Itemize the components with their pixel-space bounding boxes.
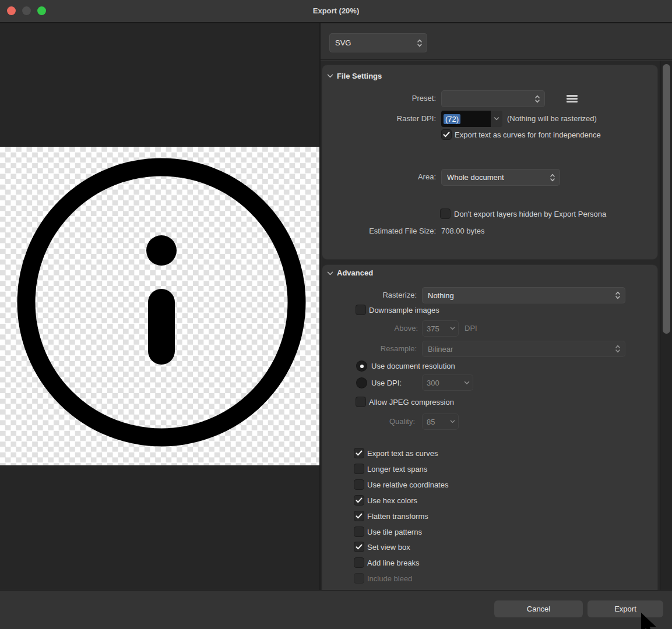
transparency-checkerboard [0,147,319,465]
use-dpi-combo[interactable]: 300 [422,374,473,391]
advanced-checkbox-row: Include bleed [322,574,657,584]
option-checkbox[interactable] [354,448,364,458]
resample-select: Bilinear [422,341,625,357]
advanced-checkbox-row: Longer text spans [322,464,657,474]
export-text-curves-font-label: Export text as curves for font independe… [455,130,601,139]
chevron-down-icon [464,381,470,385]
option-checkbox[interactable] [354,464,364,473]
advanced-checkbox-row: Flatten transforms [322,511,657,521]
use-document-resolution-radio[interactable] [357,361,367,371]
preset-label: Preset: [366,94,436,103]
option-label: Flatten transforms [367,511,428,521]
advanced-card: Advanced Rasterize: Nothing Downsample i… [322,265,657,590]
use-dpi-label: Use DPI: [371,378,402,387]
option-label: Use relative coordinates [367,480,448,489]
chevron-updown-icon [534,94,540,104]
title-bar: Export (20%) [0,0,672,23]
allow-jpeg-checkbox[interactable] [356,397,365,407]
raster-dpi-label: Raster DPI: [366,114,436,123]
check-icon [443,132,450,137]
chevron-updown-icon [417,38,423,48]
option-label: Use hex colors [367,496,417,505]
allow-jpeg-label: Allow JPEG compression [369,397,454,407]
use-document-resolution-label: Use document resolution [371,361,455,370]
estimated-file-size-value: 708.00 bytes [441,227,484,236]
option-label: Set view box [367,542,410,552]
rasterize-select-value: Nothing [428,291,615,300]
option-checkbox [354,574,364,583]
estimated-file-size-label: Estimated File Size: [343,227,436,236]
footer-bar: Cancel Export [0,590,672,629]
option-checkbox[interactable] [354,511,364,521]
option-label: Longer text spans [367,464,427,473]
check-icon [356,450,363,456]
chevron-down-icon [450,420,455,423]
resample-label: Resample: [335,344,417,354]
option-checkbox[interactable] [354,558,364,567]
advanced-header[interactable]: Advanced [337,268,373,278]
disclosure-chevron-icon[interactable] [327,271,333,275]
downsample-label: Downsample images [369,305,439,314]
scrollbar[interactable] [660,61,672,590]
dont-export-hidden-checkbox[interactable] [441,209,450,218]
file-settings-header[interactable]: File Settings [337,72,382,81]
advanced-checkbox-row: Add line breaks [322,558,657,568]
format-bar: SVG [321,23,672,60]
area-select-value: Whole document [447,173,550,182]
disclosure-chevron-icon[interactable] [327,74,333,78]
above-label: Above: [348,324,418,333]
use-dpi-value: 300 [427,379,464,387]
area-select[interactable]: Whole document [441,169,560,186]
format-select-value: SVG [335,38,417,47]
preview-pane [0,23,321,590]
file-settings-card: File Settings Preset: Raster DPI: (72) (… [322,65,657,259]
check-icon [356,513,363,519]
minimize-button[interactable] [22,6,31,15]
settings-scroll-area: File Settings Preset: Raster DPI: (72) (… [321,61,672,590]
option-label: Use tile patterns [367,527,422,536]
close-button[interactable] [7,6,16,15]
chevron-updown-icon [550,173,555,182]
above-dpi-value: 375 [427,324,450,333]
dpi-suffix-label: DPI [465,324,477,333]
check-icon [356,544,363,550]
rasterize-label: Rasterize: [335,291,417,300]
radio-dot [360,365,364,368]
option-checkbox[interactable] [354,480,364,489]
resample-select-value: Bilinear [428,345,615,354]
quality-combo: 85 [422,414,459,430]
preset-select[interactable] [441,90,545,107]
advanced-checkbox-row: Export text as curves [322,448,657,458]
chevron-down-icon [494,117,499,121]
info-glyph [0,147,319,465]
quality-value: 85 [427,418,450,426]
scrollbar-thumb[interactable] [663,64,670,334]
raster-dpi-dropdown-button[interactable] [490,111,502,127]
above-dpi-combo[interactable]: 375 [422,320,459,337]
chevron-updown-icon [615,344,621,354]
export-text-curves-font-checkbox[interactable] [442,130,451,139]
raster-dpi-note: (Nothing will be rasterized) [507,114,597,123]
rasterize-select[interactable]: Nothing [422,287,625,303]
area-label: Area: [366,172,436,182]
quality-label: Quality: [333,417,415,426]
format-select[interactable]: SVG [329,33,427,52]
option-checkbox[interactable] [354,542,364,552]
raster-dpi-input[interactable]: (72) [441,111,490,127]
use-dpi-radio[interactable] [357,378,367,388]
preset-menu-icon[interactable] [567,95,578,103]
cancel-button[interactable]: Cancel [494,600,583,617]
check-icon [356,497,363,503]
downsample-checkbox[interactable] [356,305,365,314]
zoom-button[interactable] [37,6,46,15]
option-label: Include bleed [367,574,412,583]
advanced-checkbox-row: Use tile patterns [322,527,657,537]
window-title: Export (20%) [0,0,672,22]
dont-export-hidden-label: Don't export layers hidden by Export Per… [454,209,606,218]
option-checkbox[interactable] [354,496,364,505]
option-checkbox[interactable] [354,527,364,536]
advanced-checkbox-row: Use hex colors [322,496,657,506]
cursor-icon [640,613,660,629]
option-label: Add line breaks [367,558,420,567]
chevron-updown-icon [615,291,621,300]
